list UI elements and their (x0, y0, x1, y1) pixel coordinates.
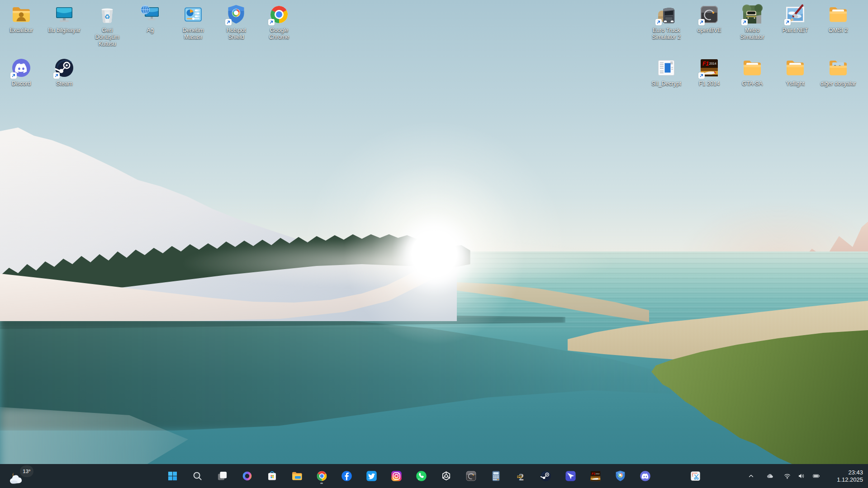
taskbar-omsi-2[interactable]: 2 (512, 467, 530, 485)
svg-text:F1: F1 (702, 61, 709, 67)
user-folder-icon (10, 4, 32, 25)
calculator-icon (490, 470, 502, 482)
desktop-icon-discord[interactable]: Discord (1, 57, 42, 87)
omsi2-icon: 2 (515, 470, 527, 482)
desktop-icon-google-chrome[interactable]: Google Chrome (259, 4, 299, 41)
desktop-icon-excalibur[interactable]: Excalibur (1, 4, 42, 34)
f1-2014-icon: F12014 (589, 470, 602, 482)
ysflight-icon (564, 470, 577, 482)
desktop-icon-label: Ağ (147, 27, 153, 34)
desktop-icon-f1-2014[interactable]: F12014F1 2014 (689, 57, 730, 87)
desktop-icon-label: diğer dosyalar (821, 81, 856, 87)
shortcut-arrow-icon (741, 19, 748, 25)
taskbar-google-chrome[interactable] (313, 467, 331, 485)
shortcut-arrow-icon (698, 72, 705, 79)
desktop: ExcaliburBu bilgisayar♻Geri Dönüşüm Kutu… (0, 0, 868, 488)
control-panel-icon (182, 4, 204, 25)
desktop-icon-label: Excalibur (9, 27, 33, 34)
battery-icon (812, 472, 821, 480)
taskbar-discord[interactable] (636, 467, 654, 485)
shortcut-arrow-icon (655, 19, 662, 25)
taskbar-snipping-tool[interactable] (686, 467, 704, 485)
desktop-icon-euro-truck-simulator-2[interactable]: Euro Truck Simulator 2 (646, 4, 687, 41)
desktop-icon-label: Metro Simulator (734, 27, 770, 41)
desktop-icon-label: Steam (56, 81, 72, 87)
desktop-icon-openbve[interactable]: openBVE (689, 4, 730, 34)
taskbar-search[interactable] (188, 467, 206, 485)
desktop-icon-paint-net[interactable]: Paint.NET (775, 4, 816, 34)
steam-icon (540, 470, 552, 482)
taskbar-file-explorer[interactable] (288, 467, 306, 485)
taskbar-copilot[interactable] (238, 467, 256, 485)
svg-text:2014: 2014 (709, 62, 716, 65)
windows-start-icon (166, 470, 179, 482)
shortcut-arrow-icon (10, 72, 17, 79)
taskbar-battery[interactable] (809, 467, 823, 485)
taskbar-tray-expand[interactable] (744, 467, 758, 485)
taskbar-instagram[interactable] (387, 467, 405, 485)
taskbar-whatsapp[interactable] (412, 467, 430, 485)
shortcut-arrow-icon (268, 19, 275, 25)
desktop-icon-metro-simulator[interactable]: Metro Simulator (732, 4, 773, 41)
desktop-icon-geri-donusum-kutusu[interactable]: ♻Geri Dönüşüm Kutusu (87, 4, 128, 47)
desktop-icon-label: F1 2014 (699, 81, 720, 87)
taskbar-chatgpt[interactable] (437, 467, 455, 485)
ms-store-icon (266, 470, 278, 482)
task-view-icon (216, 470, 228, 482)
taskbar-calculator[interactable] (487, 467, 505, 485)
ets2-truck-icon (655, 4, 677, 25)
taskbar-hotspot-shield[interactable] (611, 467, 629, 485)
facebook-icon (341, 470, 353, 482)
weather-widget[interactable]: 13° (5, 464, 39, 488)
desktop-icon-sii-decrypt[interactable]: SII_Decrypt (646, 57, 687, 87)
folder-icon (741, 57, 763, 79)
taskbar-microsoft-store[interactable] (263, 467, 281, 485)
taskbar: 13° 2F12014 23:43 1.12.2025 (0, 464, 868, 488)
desktop-icon-steam[interactable]: Steam (44, 57, 85, 87)
instagram-icon (390, 470, 403, 482)
desktop-icon-label: GTA-SA (742, 81, 763, 87)
desktop-icon-label: SII_Decrypt (651, 81, 681, 87)
clock-time: 23:43 (837, 469, 863, 476)
desktop-icon-label: Denetim Masası (175, 27, 211, 41)
desktop-icon-diger-dosyalar[interactable]: diğer dosyalar (818, 57, 859, 87)
snipping-tool-icon (689, 470, 702, 482)
weather-temperature-badge: 13° (20, 465, 33, 477)
openbve-icon (698, 4, 720, 25)
hotspot-shield-icon (225, 4, 247, 25)
steam-icon (53, 57, 75, 79)
taskbar-task-view[interactable] (213, 467, 231, 485)
taskbar-ysflight[interactable] (561, 467, 579, 485)
taskbar-twitter[interactable] (362, 467, 380, 485)
taskbar-network-wifi[interactable] (780, 467, 794, 485)
taskbar-clock[interactable]: 23:43 1.12.2025 (835, 468, 865, 484)
metro-train-icon (741, 4, 763, 25)
shortcut-arrow-icon (225, 19, 232, 25)
desktop-icon-denetim-masasi[interactable]: Denetim Masası (173, 4, 213, 41)
discord-icon (10, 57, 32, 79)
desktop-icon-gta-sa[interactable]: GTA-SA (732, 57, 773, 87)
taskbar-steam[interactable] (536, 467, 555, 485)
svg-text:♻: ♻ (104, 13, 110, 20)
chatgpt-icon (440, 470, 452, 482)
desktop-icon-ysflight-folder[interactable]: Ysflight (775, 57, 816, 87)
taskbar-facebook[interactable] (337, 467, 356, 485)
desktop-icon-bu-bilgisayar[interactable]: Bu bilgisayar (44, 4, 85, 34)
taskbar-volume[interactable] (794, 467, 808, 485)
folder-icon (784, 57, 806, 79)
desktop-icon-ag[interactable]: Ağ (130, 4, 171, 34)
chrome-icon (316, 470, 328, 482)
sii-decrypt-icon (655, 57, 677, 79)
desktop-icon-hotspot-shield[interactable]: Hotspot Shield (216, 4, 256, 41)
onedrive-icon (765, 472, 774, 480)
desktop-icon-label: Bu bilgisayar (48, 27, 81, 34)
discord-icon (639, 470, 651, 482)
search-icon (191, 470, 204, 482)
shortcut-arrow-icon (53, 72, 60, 79)
desktop-icon-omsi-2[interactable]: OMSI 2 (818, 4, 859, 34)
taskbar-openbve[interactable] (462, 467, 480, 485)
taskbar-onedrive[interactable] (763, 467, 776, 485)
svg-text:F1: F1 (592, 472, 595, 475)
taskbar-f1-2014[interactable]: F12014 (586, 467, 604, 485)
taskbar-start[interactable] (163, 467, 181, 485)
